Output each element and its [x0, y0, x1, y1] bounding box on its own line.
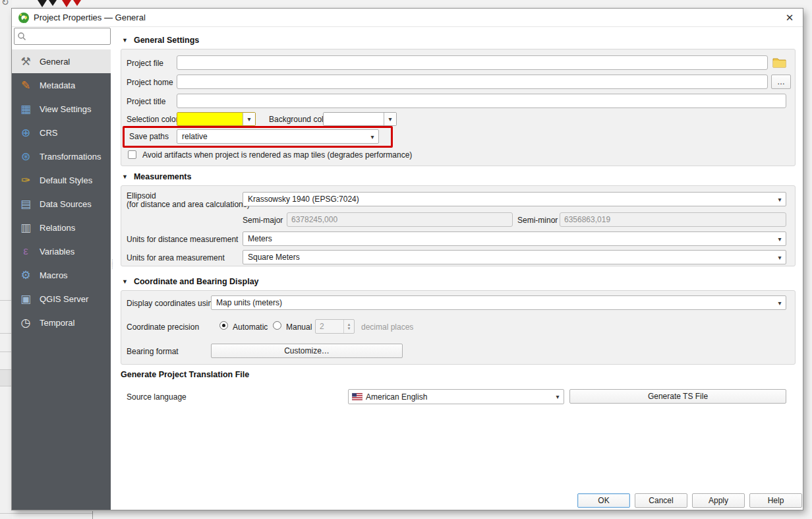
sidebar-item-label: View Settings — [40, 104, 92, 114]
automatic-label: Automatic — [233, 322, 268, 332]
units-area-label: Units for area measurement — [127, 253, 225, 262]
dropdown-arrow-icon[interactable]: ▾ — [384, 113, 396, 125]
decimal-places-label: decimal places — [361, 322, 413, 332]
paintbrush-icon: ✑ — [17, 173, 34, 187]
dropdown-arrow-icon: ▾ — [774, 299, 786, 307]
dialog-titlebar[interactable]: Project Properties — General ✕ — [12, 9, 803, 27]
us-flag-icon — [352, 393, 362, 400]
background-toolbar-fragment: ↻ — [1, 0, 9, 7]
sidebar-item-label: Variables — [40, 247, 74, 257]
section-header-general-settings[interactable]: ▼ General Settings — [122, 36, 199, 45]
avoid-artifacts-checkbox[interactable] — [128, 150, 136, 159]
semi-major-label: Semi-major — [243, 216, 283, 225]
coordinate-precision-label: Coordinate precision — [127, 322, 199, 332]
apply-button[interactable]: Apply — [692, 493, 745, 508]
settings-sidebar: ⚒ General ✎ Metadata ▦ View Settings ⊕ C… — [12, 49, 111, 510]
linked-tables-icon: ▥ — [17, 221, 34, 235]
ellipsoid-label: Ellipsoid — [127, 191, 156, 200]
dropdown-arrow-icon: ▾ — [774, 196, 786, 203]
project-file-input[interactable] — [177, 55, 768, 70]
background-color-picker[interactable]: ▾ — [323, 112, 397, 126]
project-title-label: Project title — [127, 97, 165, 106]
globe-icon: ⊕ — [17, 126, 34, 140]
clock-icon: ◷ — [17, 316, 34, 330]
project-file-label: Project file — [127, 59, 163, 68]
sidebar-item-qgis-server[interactable]: ▣ QGIS Server — [12, 287, 111, 311]
sidebar-item-crs[interactable]: ⊕ CRS — [12, 121, 111, 144]
background-panel-line — [0, 300, 12, 301]
semi-minor-input: 6356863,019 — [560, 212, 786, 227]
section-header-translation: Generate Project Translation File — [121, 370, 249, 379]
sidebar-item-metadata[interactable]: ✎ Metadata — [12, 73, 111, 97]
sidebar-item-relations[interactable]: ▥ Relations — [12, 216, 111, 239]
sidebar-item-variables[interactable]: ε Variables — [12, 239, 111, 263]
dropdown-arrow-icon[interactable]: ▾ — [243, 113, 255, 125]
selection-color-picker[interactable]: ▾ — [177, 112, 256, 126]
sidebar-item-temporal[interactable]: ◷ Temporal — [12, 311, 111, 334]
ok-button[interactable]: OK — [577, 493, 630, 508]
project-home-browse-button[interactable]: … — [771, 75, 791, 89]
sidebar-splitter-handle[interactable]: ⁞⁞⁞ — [111, 260, 113, 268]
project-home-input[interactable] — [177, 75, 768, 89]
background-toolbar-fragment — [62, 0, 71, 7]
units-distance-label: Units for distance measurement — [127, 235, 238, 244]
units-distance-dropdown[interactable]: Meters ▾ — [243, 231, 786, 246]
sidebar-item-default-styles[interactable]: ✑ Default Styles — [12, 168, 111, 192]
project-title-input[interactable] — [177, 94, 786, 108]
sidebar-item-label: General — [40, 57, 70, 67]
selection-color-swatch — [177, 113, 243, 125]
qgis-logo-icon — [18, 12, 30, 24]
sidebar-item-label: Macros — [40, 270, 68, 280]
ellipsoid-dropdown[interactable]: Krassowsky 1940 (EPSG:7024) ▾ — [243, 192, 786, 206]
section-header-coordinate-display[interactable]: ▼ Coordinate and Bearing Display — [122, 277, 259, 286]
dropdown-arrow-icon: ▾ — [366, 133, 378, 140]
section-title: Generate Project Translation File — [121, 370, 249, 379]
hammer-wrench-icon: ⚒ — [17, 55, 34, 69]
units-area-dropdown[interactable]: Square Meters ▾ — [243, 250, 786, 264]
folder-icon[interactable] — [772, 57, 786, 68]
settings-search-box[interactable] — [14, 28, 111, 45]
bearing-format-label: Bearing format — [127, 347, 179, 356]
collapse-triangle-icon: ▼ — [122, 37, 128, 44]
section-title: General Settings — [134, 36, 199, 45]
collapse-triangle-icon: ▼ — [122, 173, 128, 180]
source-language-dropdown[interactable]: American English ▾ — [348, 389, 564, 404]
project-properties-dialog: Project Properties — General ✕ ⚒ General… — [12, 9, 803, 510]
background-panel-line — [0, 351, 12, 352]
section-title: Measurements — [134, 172, 192, 181]
sidebar-item-view-settings[interactable]: ▦ View Settings — [12, 97, 111, 121]
background-toolbar-fragment — [49, 0, 57, 6]
sidebar-item-label: QGIS Server — [40, 294, 88, 304]
dropdown-arrow-icon: ▾ — [774, 235, 786, 243]
decimal-places-spinner: 2 ▲▼ — [315, 319, 355, 334]
sidebar-item-macros[interactable]: ⚙ Macros — [12, 263, 111, 287]
automatic-radio[interactable] — [219, 321, 228, 330]
display-coordinates-dropdown[interactable]: Map units (meters) ▾ — [211, 295, 786, 310]
dialog-title: Project Properties — General — [34, 13, 146, 22]
generate-ts-file-button[interactable]: Generate TS File — [569, 389, 786, 404]
sidebar-item-general[interactable]: ⚒ General — [12, 49, 111, 73]
manual-radio[interactable] — [273, 321, 281, 330]
table-icon: ▤ — [17, 197, 34, 211]
background-panel-line — [0, 513, 92, 514]
customize-button[interactable]: Customize… — [211, 344, 403, 358]
ellipsoid-label-line2: (for distance and area calculations) — [127, 200, 250, 209]
document-pencil-icon: ✎ — [17, 78, 34, 92]
save-paths-dropdown[interactable]: relative ▾ — [177, 129, 379, 144]
background-app-strip — [0, 0, 12, 519]
section-header-measurements[interactable]: ▼ Measurements — [122, 172, 191, 181]
dropdown-arrow-icon: ▾ — [774, 254, 786, 261]
background-panel-divider — [92, 511, 93, 519]
semi-major-input: 6378245,000 — [287, 212, 513, 227]
cancel-button[interactable]: Cancel — [635, 493, 687, 508]
search-icon — [17, 32, 26, 41]
sidebar-item-transformations[interactable]: ⊛ Transformations — [12, 144, 111, 168]
epsilon-icon: ε — [17, 245, 34, 258]
sidebar-item-label: Default Styles — [40, 175, 92, 185]
semi-minor-label: Semi-minor — [517, 216, 558, 225]
help-button[interactable]: Help — [749, 493, 802, 508]
search-input[interactable] — [29, 29, 108, 44]
sidebar-item-data-sources[interactable]: ▤ Data Sources — [12, 192, 111, 216]
background-toolbar-fragment — [73, 0, 81, 6]
close-icon[interactable]: ✕ — [782, 11, 798, 25]
